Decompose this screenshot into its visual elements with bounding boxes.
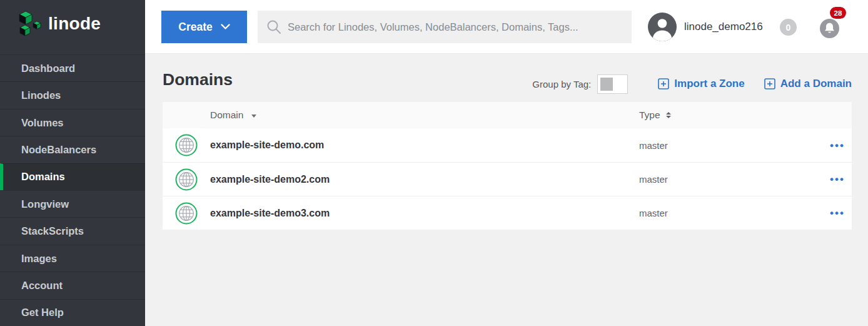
chevron-down-icon bbox=[221, 24, 230, 30]
global-search bbox=[258, 11, 632, 43]
group-by-tag-toggle[interactable] bbox=[597, 74, 628, 94]
table-row[interactable]: example-site-demo3.com master ••• bbox=[163, 196, 852, 230]
topbar: Create linode_demo216 0 bbox=[145, 0, 868, 54]
sidebar-item-get-help[interactable]: Get Help bbox=[0, 299, 145, 326]
search-icon bbox=[266, 19, 282, 35]
import-zone-label: Import a Zone bbox=[674, 78, 744, 90]
page-title: Domains bbox=[163, 70, 233, 89]
plus-square-icon bbox=[658, 78, 669, 89]
globe-icon bbox=[175, 202, 198, 225]
sort-icon bbox=[666, 112, 671, 119]
sidebar-item-linodes[interactable]: Linodes bbox=[0, 81, 145, 108]
add-domain-label: Add a Domain bbox=[780, 78, 852, 90]
column-header-domain[interactable]: Domain bbox=[210, 110, 256, 121]
create-button-label: Create bbox=[178, 21, 212, 34]
sort-desc-icon bbox=[251, 115, 256, 118]
column-header-type-label: Type bbox=[639, 110, 660, 121]
group-by-tag-label: Group by Tag: bbox=[532, 79, 591, 89]
domain-type: master bbox=[639, 174, 668, 185]
domain-type: master bbox=[639, 140, 668, 151]
table-row[interactable]: example-site-demo2.com master ••• bbox=[163, 162, 852, 196]
user-menu[interactable]: linode_demo216 bbox=[648, 13, 763, 41]
row-actions-button[interactable]: ••• bbox=[829, 205, 846, 221]
row-actions-button[interactable]: ••• bbox=[829, 171, 846, 187]
sidebar-nav: Dashboard Linodes Volumes NodeBalancers … bbox=[0, 54, 145, 326]
add-domain-link[interactable]: Add a Domain bbox=[764, 78, 852, 90]
main-content: Domains Group by Tag: Import a Zone Add … bbox=[145, 54, 868, 326]
sidebar-item-longview[interactable]: Longview bbox=[0, 190, 145, 217]
search-input[interactable] bbox=[288, 21, 625, 33]
table-row[interactable]: example-site-demo.com master ••• bbox=[163, 128, 852, 162]
domain-type: master bbox=[639, 208, 668, 218]
sidebar-item-domains[interactable]: Domains bbox=[0, 163, 145, 190]
domains-table: Domain Type bbox=[163, 102, 852, 230]
notification-count-badge: 28 bbox=[830, 7, 846, 19]
sidebar-item-account[interactable]: Account bbox=[0, 272, 145, 298]
domain-name-link[interactable]: example-site-demo3.com bbox=[210, 208, 330, 219]
managed-count-badge: 0 bbox=[780, 19, 797, 36]
sidebar-item-stackscripts[interactable]: StackScripts bbox=[0, 217, 145, 244]
plus-square-icon bbox=[764, 78, 775, 89]
globe-icon bbox=[175, 134, 198, 156]
globe-icon bbox=[175, 168, 198, 191]
import-zone-link[interactable]: Import a Zone bbox=[658, 78, 744, 90]
column-header-type[interactable]: Type bbox=[639, 110, 671, 121]
avatar bbox=[648, 13, 677, 41]
column-header-domain-label: Domain bbox=[210, 110, 243, 121]
page-header-controls: Group by Tag: Import a Zone Add a Domain bbox=[532, 74, 852, 94]
brand-wordmark: linode bbox=[48, 15, 101, 35]
domain-name-link[interactable]: example-site-demo.com bbox=[210, 140, 324, 151]
toggle-knob bbox=[600, 78, 613, 91]
notifications-button[interactable] bbox=[820, 19, 839, 38]
sidebar-item-volumes[interactable]: Volumes bbox=[0, 109, 145, 136]
table-header-row: Domain Type bbox=[163, 102, 852, 128]
create-button[interactable]: Create bbox=[161, 11, 247, 43]
username: linode_demo216 bbox=[684, 21, 763, 33]
sidebar-item-dashboard[interactable]: Dashboard bbox=[0, 54, 145, 81]
linode-logo[interactable]: linode bbox=[0, 0, 145, 49]
sidebar-item-images[interactable]: Images bbox=[0, 245, 145, 272]
logo-cubes-icon bbox=[16, 10, 43, 40]
bell-icon bbox=[820, 19, 839, 38]
sidebar: linode Dashboard Linodes Volumes NodeBal… bbox=[0, 0, 145, 326]
sidebar-item-nodebalancers[interactable]: NodeBalancers bbox=[0, 136, 145, 163]
row-actions-button[interactable]: ••• bbox=[829, 138, 846, 153]
domain-name-link[interactable]: example-site-demo2.com bbox=[210, 174, 330, 185]
